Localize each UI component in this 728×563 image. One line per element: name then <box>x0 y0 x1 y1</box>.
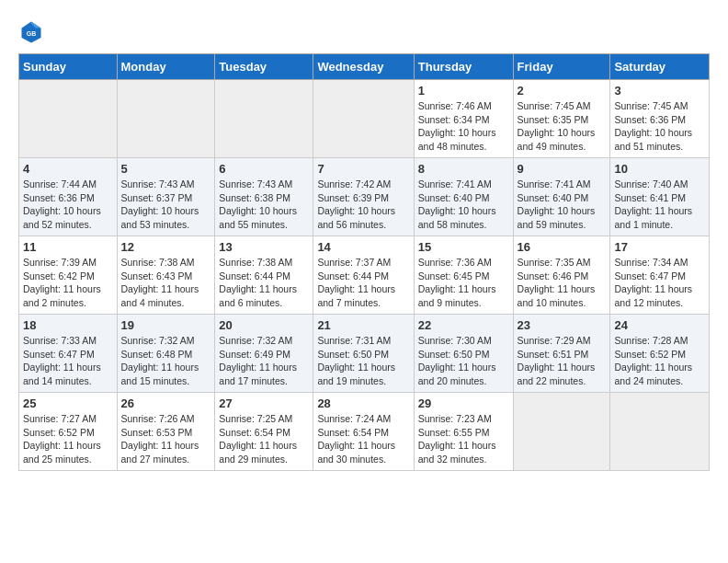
calendar-cell: 7Sunrise: 7:42 AMSunset: 6:39 PMDaylight… <box>313 158 414 236</box>
calendar-cell <box>19 80 118 158</box>
day-header-thursday: Thursday <box>414 54 513 80</box>
day-info: Sunrise: 7:46 AMSunset: 6:34 PMDaylight:… <box>418 99 509 154</box>
day-info: Sunrise: 7:25 AMSunset: 6:54 PMDaylight:… <box>219 412 309 466</box>
day-info: Sunrise: 7:37 AMSunset: 6:44 PMDaylight:… <box>317 256 409 310</box>
day-info: Sunrise: 7:32 AMSunset: 6:49 PMDaylight:… <box>219 334 309 388</box>
calendar-cell <box>313 80 414 158</box>
day-info: Sunrise: 7:39 AMSunset: 6:42 PMDaylight:… <box>23 256 113 310</box>
day-number: 9 <box>518 162 607 176</box>
calendar-header-row: SundayMondayTuesdayWednesdayThursdayFrid… <box>19 54 710 80</box>
calendar-cell: 9Sunrise: 7:41 AMSunset: 6:40 PMDaylight… <box>513 158 610 236</box>
day-number: 10 <box>614 162 705 176</box>
calendar-cell: 4Sunrise: 7:44 AMSunset: 6:36 PMDaylight… <box>19 158 118 236</box>
calendar-cell: 28Sunrise: 7:24 AMSunset: 6:54 PMDayligh… <box>313 393 414 471</box>
day-number: 22 <box>418 318 509 332</box>
day-info: Sunrise: 7:34 AMSunset: 6:47 PMDaylight:… <box>614 256 705 310</box>
day-info: Sunrise: 7:33 AMSunset: 6:47 PMDaylight:… <box>23 334 113 388</box>
day-number: 26 <box>121 396 211 410</box>
calendar-cell: 12Sunrise: 7:38 AMSunset: 6:43 PMDayligh… <box>117 236 215 315</box>
day-info: Sunrise: 7:24 AMSunset: 6:54 PMDaylight:… <box>317 412 409 466</box>
calendar-cell: 5Sunrise: 7:43 AMSunset: 6:37 PMDaylight… <box>117 158 215 236</box>
day-info: Sunrise: 7:31 AMSunset: 6:50 PMDaylight:… <box>317 334 409 388</box>
calendar-cell: 6Sunrise: 7:43 AMSunset: 6:38 PMDaylight… <box>215 158 313 236</box>
calendar-cell: 26Sunrise: 7:26 AMSunset: 6:53 PMDayligh… <box>117 393 215 471</box>
day-info: Sunrise: 7:23 AMSunset: 6:55 PMDaylight:… <box>418 412 509 466</box>
day-info: Sunrise: 7:28 AMSunset: 6:52 PMDaylight:… <box>614 334 705 388</box>
svg-text:GB: GB <box>27 30 37 37</box>
calendar-cell <box>610 393 710 471</box>
day-info: Sunrise: 7:40 AMSunset: 6:41 PMDaylight:… <box>614 178 705 232</box>
day-number: 4 <box>23 162 113 176</box>
calendar-cell: 11Sunrise: 7:39 AMSunset: 6:42 PMDayligh… <box>19 236 118 315</box>
day-header-wednesday: Wednesday <box>313 54 414 80</box>
day-number: 17 <box>614 240 705 254</box>
calendar-cell <box>513 393 610 471</box>
calendar-cell: 24Sunrise: 7:28 AMSunset: 6:52 PMDayligh… <box>610 315 710 393</box>
logo-icon: GB <box>18 18 44 44</box>
day-info: Sunrise: 7:43 AMSunset: 6:38 PMDaylight:… <box>219 178 309 232</box>
day-number: 16 <box>518 240 607 254</box>
calendar-cell <box>215 80 313 158</box>
calendar-cell: 19Sunrise: 7:32 AMSunset: 6:48 PMDayligh… <box>117 315 215 393</box>
day-number: 27 <box>219 396 309 410</box>
day-header-monday: Monday <box>117 54 215 80</box>
day-number: 23 <box>518 318 607 332</box>
day-info: Sunrise: 7:26 AMSunset: 6:53 PMDaylight:… <box>121 412 211 466</box>
day-header-saturday: Saturday <box>610 54 710 80</box>
day-number: 12 <box>121 240 211 254</box>
calendar-cell: 2Sunrise: 7:45 AMSunset: 6:35 PMDaylight… <box>513 80 610 158</box>
calendar-cell: 21Sunrise: 7:31 AMSunset: 6:50 PMDayligh… <box>313 315 414 393</box>
calendar-cell: 20Sunrise: 7:32 AMSunset: 6:49 PMDayligh… <box>215 315 313 393</box>
day-number: 7 <box>317 162 409 176</box>
day-header-tuesday: Tuesday <box>215 54 313 80</box>
day-number: 21 <box>317 318 409 332</box>
day-number: 28 <box>317 396 409 410</box>
day-info: Sunrise: 7:43 AMSunset: 6:37 PMDaylight:… <box>121 178 211 232</box>
day-info: Sunrise: 7:41 AMSunset: 6:40 PMDaylight:… <box>518 178 607 232</box>
calendar-cell: 15Sunrise: 7:36 AMSunset: 6:45 PMDayligh… <box>414 236 513 315</box>
calendar-cell: 10Sunrise: 7:40 AMSunset: 6:41 PMDayligh… <box>610 158 710 236</box>
day-number: 14 <box>317 240 409 254</box>
week-row-5: 25Sunrise: 7:27 AMSunset: 6:52 PMDayligh… <box>19 393 710 471</box>
day-info: Sunrise: 7:45 AMSunset: 6:36 PMDaylight:… <box>614 99 705 154</box>
day-number: 15 <box>418 240 509 254</box>
calendar-cell: 3Sunrise: 7:45 AMSunset: 6:36 PMDaylight… <box>610 80 710 158</box>
calendar: SundayMondayTuesdayWednesdayThursdayFrid… <box>18 53 710 471</box>
day-number: 6 <box>219 162 309 176</box>
day-info: Sunrise: 7:44 AMSunset: 6:36 PMDaylight:… <box>23 178 113 232</box>
day-number: 24 <box>614 318 705 332</box>
week-row-2: 4Sunrise: 7:44 AMSunset: 6:36 PMDaylight… <box>19 158 710 236</box>
day-info: Sunrise: 7:27 AMSunset: 6:52 PMDaylight:… <box>23 412 113 466</box>
day-info: Sunrise: 7:32 AMSunset: 6:48 PMDaylight:… <box>121 334 211 388</box>
calendar-cell: 22Sunrise: 7:30 AMSunset: 6:50 PMDayligh… <box>414 315 513 393</box>
day-number: 19 <box>121 318 211 332</box>
calendar-cell: 25Sunrise: 7:27 AMSunset: 6:52 PMDayligh… <box>19 393 118 471</box>
calendar-cell: 8Sunrise: 7:41 AMSunset: 6:40 PMDaylight… <box>414 158 513 236</box>
calendar-cell: 27Sunrise: 7:25 AMSunset: 6:54 PMDayligh… <box>215 393 313 471</box>
day-number: 3 <box>614 84 705 98</box>
day-number: 8 <box>418 162 509 176</box>
day-number: 1 <box>418 84 509 98</box>
day-number: 2 <box>518 84 607 98</box>
calendar-cell <box>117 80 215 158</box>
page-header: GB <box>18 18 710 44</box>
day-number: 5 <box>121 162 211 176</box>
calendar-cell: 14Sunrise: 7:37 AMSunset: 6:44 PMDayligh… <box>313 236 414 315</box>
calendar-cell: 17Sunrise: 7:34 AMSunset: 6:47 PMDayligh… <box>610 236 710 315</box>
week-row-3: 11Sunrise: 7:39 AMSunset: 6:42 PMDayligh… <box>19 236 710 315</box>
calendar-cell: 1Sunrise: 7:46 AMSunset: 6:34 PMDaylight… <box>414 80 513 158</box>
day-number: 13 <box>219 240 309 254</box>
day-info: Sunrise: 7:42 AMSunset: 6:39 PMDaylight:… <box>317 178 409 232</box>
day-number: 25 <box>23 396 113 410</box>
week-row-4: 18Sunrise: 7:33 AMSunset: 6:47 PMDayligh… <box>19 315 710 393</box>
day-info: Sunrise: 7:45 AMSunset: 6:35 PMDaylight:… <box>518 99 607 154</box>
day-number: 18 <box>23 318 113 332</box>
day-number: 29 <box>418 396 509 410</box>
calendar-cell: 29Sunrise: 7:23 AMSunset: 6:55 PMDayligh… <box>414 393 513 471</box>
day-info: Sunrise: 7:36 AMSunset: 6:45 PMDaylight:… <box>418 256 509 310</box>
logo: GB <box>18 18 48 44</box>
calendar-cell: 16Sunrise: 7:35 AMSunset: 6:46 PMDayligh… <box>513 236 610 315</box>
day-number: 11 <box>23 240 113 254</box>
day-header-friday: Friday <box>513 54 610 80</box>
day-info: Sunrise: 7:38 AMSunset: 6:44 PMDaylight:… <box>219 256 309 310</box>
